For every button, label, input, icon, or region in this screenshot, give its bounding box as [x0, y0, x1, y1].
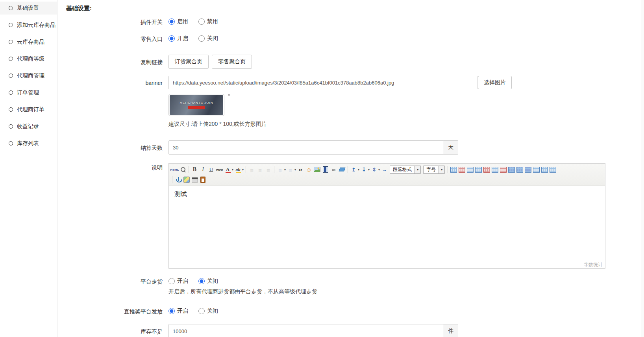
retail-entry-radio-off[interactable] [198, 35, 205, 42]
ordered-list-icon[interactable]: ≡ [276, 166, 284, 174]
line-height-icon[interactable]: ⇕ [370, 166, 378, 174]
insert-row-above-icon[interactable] [474, 166, 483, 174]
preview-icon[interactable] [179, 166, 187, 174]
page-scrollbar[interactable] [641, 0, 644, 337]
line-height-dropdown-icon[interactable]: ▾ [378, 168, 380, 171]
choose-image-button[interactable]: 选择图片 [478, 76, 512, 89]
toolbar-separator [172, 176, 172, 183]
direct-reward-radio-on[interactable] [168, 308, 175, 314]
remove-thumbnail-icon[interactable]: × [228, 92, 231, 98]
circle-icon [9, 74, 13, 78]
sidebar-item-2[interactable]: 添加云库存商品 [0, 18, 57, 31]
split-columns-icon[interactable] [549, 166, 557, 174]
indent-icon[interactable]: → [380, 166, 389, 174]
plugin-switch-radio-on[interactable] [168, 18, 175, 25]
retail-entry-on-label: 开启 [177, 35, 188, 42]
delete-table-icon[interactable] [458, 166, 466, 174]
sidebar-item-9[interactable]: 库存列表 [0, 137, 57, 150]
highlight-color-dropdown-icon[interactable]: ▾ [242, 168, 244, 171]
insert-column-right-icon[interactable] [524, 166, 532, 174]
split-rows-icon[interactable] [540, 166, 549, 174]
plugin-switch-off-label: 禁用 [207, 18, 218, 25]
print-icon[interactable] [191, 176, 199, 184]
retail-entry-option-on[interactable]: 开启 [168, 35, 188, 42]
margin-bottom-icon[interactable]: ↧ [360, 166, 368, 174]
order-aggregate-page-button[interactable]: 订货聚合页 [168, 55, 209, 69]
direct-reward-option-on[interactable]: 开启 [168, 308, 188, 315]
retail-entry-option-off[interactable]: 关闭 [198, 35, 218, 42]
align-left-icon[interactable]: ≡ [248, 166, 256, 174]
margin-top-dropdown-icon[interactable]: ▾ [358, 168, 359, 171]
blockquote-icon[interactable]: “ [296, 166, 305, 174]
paragraph-format-select[interactable]: 段落格式▼ [390, 166, 421, 174]
plugin-switch-option-off[interactable]: 禁用 [198, 18, 218, 25]
platform-ship-option-off[interactable]: 关闭 [198, 278, 218, 285]
low-stock-input[interactable] [168, 324, 444, 337]
baidu-map-icon[interactable] [182, 176, 191, 184]
rich-text-editor: HTMLBIUABCA▾ab▾≡≡≡≡▾≡▾“☺∞↥▾↧▾⇕▾→段落格式▼字号▼… [168, 163, 605, 269]
bold-icon[interactable]: B [191, 166, 199, 174]
platform-ship-radio-on[interactable] [168, 278, 175, 284]
insert-image-icon[interactable] [313, 166, 321, 174]
paste-icon[interactable] [199, 176, 207, 184]
row-copy-link: 复制链接 订货聚合页 零售聚合页 [66, 55, 644, 69]
insert-media-icon[interactable] [321, 166, 329, 174]
underline-icon[interactable]: U [207, 166, 215, 174]
strikethrough-icon[interactable]: ABC [215, 166, 224, 174]
editor-content[interactable]: 测试 [169, 186, 605, 261]
editor-toolbar: HTMLBIUABCA▾ab▾≡≡≡≡▾≡▾“☺∞↥▾↧▾⇕▾→段落格式▼字号▼ [169, 164, 605, 186]
delete-column-icon[interactable] [499, 166, 507, 174]
anchor-icon[interactable] [174, 176, 182, 184]
margin-top-icon[interactable]: ↥ [350, 166, 358, 174]
merge-cells-icon[interactable] [532, 166, 540, 174]
chevron-down-icon[interactable]: ▼ [415, 166, 420, 173]
plugin-switch-radio-off[interactable] [198, 18, 205, 25]
source-code-icon[interactable]: HTML [170, 166, 179, 174]
align-center-icon[interactable]: ≡ [256, 166, 264, 174]
platform-ship-help: 开启后，所有代理商进货都由平台走货，不从高等级代理走货 [168, 288, 317, 295]
delete-row-icon[interactable] [483, 166, 491, 174]
unordered-list-icon[interactable]: ≡ [286, 166, 294, 174]
align-right-icon[interactable]: ≡ [264, 166, 272, 174]
italic-icon[interactable]: I [199, 166, 207, 174]
sidebar-item-3[interactable]: 云库存商品 [0, 35, 57, 48]
sidebar-item-7[interactable]: 代理商订单 [0, 103, 57, 116]
font-size-select[interactable]: 字号▼ [423, 166, 445, 174]
banner-control: 选择图片 MERCHANTS JOIN × 建议尺寸:请上传200 * 100,… [168, 76, 512, 128]
plugin-switch-option-on[interactable]: 启用 [168, 18, 188, 25]
table-cell-properties-icon[interactable] [466, 166, 474, 174]
hyperlink-icon[interactable]: ∞ [329, 166, 338, 174]
direct-reward-radio-off[interactable] [198, 308, 205, 314]
ordered-list-dropdown-icon[interactable]: ▾ [284, 168, 286, 171]
remove-format-icon[interactable] [338, 166, 346, 174]
sidebar-item-8[interactable]: 收益记录 [0, 120, 57, 133]
platform-ship-radio-off[interactable] [198, 278, 205, 284]
chevron-down-icon[interactable]: ▼ [439, 166, 444, 173]
sidebar-item-5[interactable]: 代理商管理 [0, 69, 57, 82]
emoticons-icon[interactable]: ☺ [305, 166, 313, 174]
font-color-icon[interactable]: A [224, 166, 232, 174]
field-label-direct-reward: 直推奖平台发放 [66, 307, 168, 315]
sidebar-item-4[interactable]: 代理商等级 [0, 52, 57, 65]
insert-table-icon[interactable] [450, 166, 458, 174]
sidebar-item-label: 收益记录 [17, 123, 39, 130]
cell-fill-icon[interactable] [507, 166, 516, 174]
insert-row-below-icon[interactable] [516, 166, 524, 174]
sidebar-item-label: 库存列表 [17, 140, 39, 147]
sidebar-item-6[interactable]: 订单管理 [0, 86, 57, 99]
sidebar-item-1[interactable]: 基础设置 [0, 2, 57, 15]
highlight-color-icon[interactable]: ab [234, 166, 242, 174]
margin-bottom-dropdown-icon[interactable]: ▾ [368, 168, 370, 171]
settle-days-input[interactable] [168, 140, 444, 155]
unordered-list-dropdown-icon[interactable]: ▾ [294, 168, 296, 171]
insert-column-left-icon[interactable] [491, 166, 499, 174]
retail-aggregate-page-button[interactable]: 零售聚合页 [212, 55, 252, 69]
platform-ship-option-on[interactable]: 开启 [168, 278, 188, 285]
font-color-dropdown-icon[interactable]: ▾ [232, 168, 233, 171]
sidebar: 基础设置添加云库存商品云库存商品代理商等级代理商管理订单管理代理商订单收益记录库… [0, 0, 57, 337]
row-banner: banner 选择图片 MERCHANTS JOIN × 建议尺寸:请上传200 [66, 76, 644, 128]
sidebar-item-label: 代理商订单 [17, 106, 44, 113]
direct-reward-option-off[interactable]: 关闭 [198, 308, 218, 315]
retail-entry-radio-on[interactable] [168, 35, 175, 42]
banner-url-input[interactable] [168, 76, 477, 89]
